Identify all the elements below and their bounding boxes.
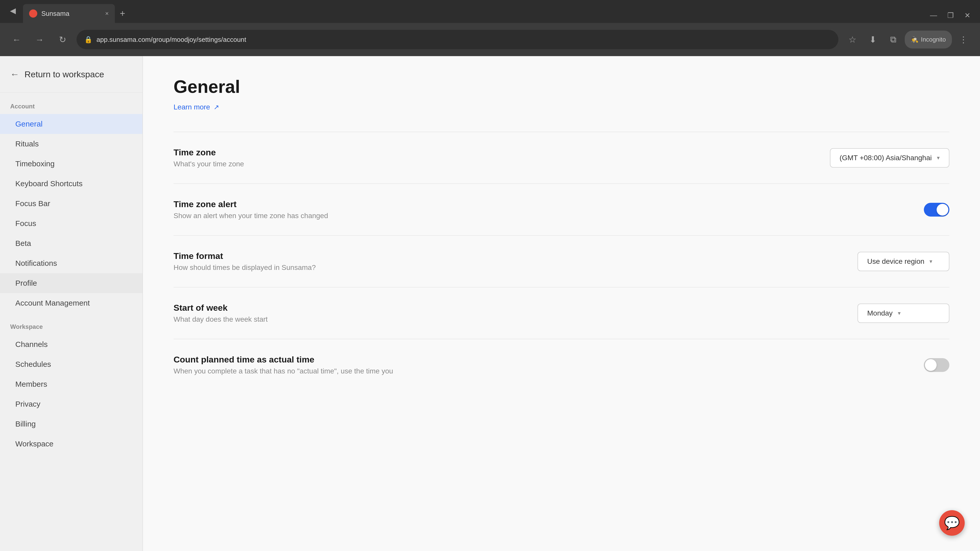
workspace-nav-group: ChannelsSchedulesMembersPrivacyBillingWo… <box>0 334 142 454</box>
dropdown-value-time-format: Use device region <box>867 257 924 265</box>
settings-section-time-format: Time formatHow should times be displayed… <box>173 235 950 287</box>
maximize-button[interactable]: ❐ <box>943 8 958 23</box>
dropdown-start-of-week[interactable]: Monday▾ <box>858 303 950 323</box>
tab-close-button[interactable]: × <box>105 10 109 17</box>
settings-control-time-zone[interactable]: (GMT +08:00) Asia/Shanghai▾ <box>830 148 950 168</box>
sidebar-item-schedules[interactable]: Schedules <box>0 354 142 374</box>
chat-fab-button[interactable]: 💬 <box>939 510 965 536</box>
reload-button[interactable]: ↻ <box>54 30 72 48</box>
chevron-down-icon: ▾ <box>898 310 900 317</box>
toggle-knob-count-planned-time <box>925 359 937 371</box>
workspace-section-label: Workspace <box>0 313 142 334</box>
url-bar[interactable]: 🔒 app.sunsama.com/group/moodjoy/settings… <box>76 30 838 49</box>
settings-description-time-zone: What's your time zone <box>173 160 830 168</box>
sidebar-item-general[interactable]: General <box>0 114 142 134</box>
lock-icon: 🔒 <box>84 36 92 44</box>
sidebar-item-privacy[interactable]: Privacy <box>0 394 142 414</box>
settings-label-group-time-zone: Time zoneWhat's your time zone <box>173 148 830 168</box>
chat-fab-icon: 💬 <box>944 516 960 530</box>
external-link-icon: ↗ <box>213 103 219 111</box>
settings-section-time-zone-alert: Time zone alertShow an alert when your t… <box>173 183 950 235</box>
account-section-label: Account <box>0 93 142 114</box>
tab-title: Sunsama <box>41 10 69 17</box>
sidebar-item-notifications[interactable]: Notifications <box>0 253 142 273</box>
active-tab[interactable]: Sunsama × <box>23 4 115 23</box>
settings-control-time-format[interactable]: Use device region▾ <box>858 252 950 271</box>
sidebar-item-timeboxing[interactable]: Timeboxing <box>0 154 142 174</box>
sidebar-item-focus[interactable]: Focus <box>0 213 142 233</box>
return-arrow-icon: ← <box>10 69 19 79</box>
app-container: ← Return to workspace Account GeneralRit… <box>0 56 980 551</box>
dropdown-time-zone[interactable]: (GMT +08:00) Asia/Shanghai▾ <box>830 148 950 168</box>
nav-bar: ← → ↻ 🔒 app.sunsama.com/group/moodjoy/se… <box>0 23 980 56</box>
learn-more-label: Learn more <box>173 103 210 111</box>
settings-description-time-format: How should times be displayed in Sunsama… <box>173 264 858 272</box>
tab-bar: ◀ Sunsama × + — ❐ ✕ <box>0 0 980 23</box>
settings-label-time-zone: Time zone <box>173 148 830 157</box>
settings-description-time-zone-alert: Show an alert when your time zone has ch… <box>173 212 924 220</box>
sidebar: ← Return to workspace Account GeneralRit… <box>0 56 143 551</box>
back-button[interactable]: ← <box>8 30 25 48</box>
new-tab-button[interactable]: + <box>115 4 130 23</box>
bookmark-button[interactable]: ☆ <box>843 30 861 48</box>
settings-label-time-format: Time format <box>173 251 858 261</box>
window-controls: — ❐ ✕ <box>926 8 975 23</box>
dropdown-time-format[interactable]: Use device region▾ <box>858 252 950 271</box>
settings-control-time-zone-alert[interactable] <box>924 203 950 217</box>
settings-label-group-time-format: Time formatHow should times be displayed… <box>173 251 858 272</box>
download-button[interactable]: ⬇ <box>864 30 882 48</box>
settings-description-start-of-week: What day does the week start <box>173 315 858 324</box>
settings-label-count-planned-time: Count planned time as actual time <box>173 354 924 365</box>
settings-label-group-start-of-week: Start of weekWhat day does the week star… <box>173 303 858 324</box>
minimize-button[interactable]: — <box>926 8 941 23</box>
settings-label-time-zone-alert: Time zone alert <box>173 199 924 209</box>
toggle-knob-time-zone-alert <box>937 204 948 216</box>
toggle-time-zone-alert[interactable] <box>924 203 950 217</box>
settings-label-start-of-week: Start of week <box>173 303 858 313</box>
tab-back-btn[interactable]: ◀ <box>5 3 21 18</box>
learn-more-link[interactable]: Learn more ↗ <box>173 103 950 111</box>
forward-button[interactable]: → <box>30 30 48 48</box>
sidebar-item-keyboard-shortcuts[interactable]: Keyboard Shortcuts <box>0 174 142 194</box>
return-to-workspace-label: Return to workspace <box>24 69 104 79</box>
sidebar-item-billing[interactable]: Billing <box>0 414 142 434</box>
browser-chrome: ◀ Sunsama × + — ❐ ✕ ← → ↻ 🔒 app.sunsama.… <box>0 0 980 56</box>
url-text: app.sunsama.com/group/moodjoy/settings/a… <box>97 36 246 44</box>
toggle-count-planned-time[interactable] <box>924 358 950 372</box>
page-title: General <box>173 76 950 97</box>
chevron-down-icon: ▾ <box>929 258 932 265</box>
sidebar-item-members[interactable]: Members <box>0 374 142 394</box>
return-to-workspace-button[interactable]: ← Return to workspace <box>0 56 142 93</box>
sidebar-item-focus-bar[interactable]: Focus Bar <box>0 194 142 213</box>
sidebar-item-beta[interactable]: Beta <box>0 233 142 253</box>
settings-label-group-time-zone-alert: Time zone alertShow an alert when your t… <box>173 199 924 220</box>
settings-section-time-zone: Time zoneWhat's your time zone(GMT +08:0… <box>173 132 950 183</box>
nav-actions: ☆ ⬇ ⧉ 🕵 Incognito ⋮ <box>843 30 972 48</box>
incognito-badge: 🕵 Incognito <box>905 30 952 48</box>
sidebar-item-workspace[interactable]: Workspace <box>0 434 142 454</box>
sidebar-item-profile[interactable]: Profile <box>0 273 142 293</box>
dropdown-value-time-zone: (GMT +08:00) Asia/Shanghai <box>840 154 932 162</box>
settings-section-count-planned-time: Count planned time as actual timeWhen yo… <box>173 339 950 391</box>
split-view-button[interactable]: ⧉ <box>884 30 902 48</box>
incognito-label: Incognito <box>921 36 946 43</box>
account-nav-group: GeneralRitualsTimeboxingKeyboard Shortcu… <box>0 114 142 313</box>
sidebar-item-rituals[interactable]: Rituals <box>0 134 142 154</box>
chevron-down-icon: ▾ <box>937 155 940 161</box>
settings-label-group-count-planned-time: Count planned time as actual timeWhen yo… <box>173 354 924 375</box>
settings-section-start-of-week: Start of weekWhat day does the week star… <box>173 287 950 339</box>
dropdown-value-start-of-week: Monday <box>867 309 893 318</box>
sidebar-item-channels[interactable]: Channels <box>0 334 142 354</box>
settings-description-count-planned-time: When you complete a task that has no "ac… <box>173 367 924 375</box>
settings-sections: Time zoneWhat's your time zone(GMT +08:0… <box>173 132 950 391</box>
close-button[interactable]: ✕ <box>959 8 975 23</box>
settings-control-start-of-week[interactable]: Monday▾ <box>858 303 950 323</box>
sidebar-item-account-management[interactable]: Account Management <box>0 293 142 313</box>
incognito-icon: 🕵 <box>911 36 918 43</box>
settings-control-count-planned-time[interactable] <box>924 358 950 372</box>
tab-favicon <box>29 10 37 17</box>
more-button[interactable]: ⋮ <box>955 30 972 48</box>
main-content: General Learn more ↗ Time zoneWhat's you… <box>143 56 980 551</box>
